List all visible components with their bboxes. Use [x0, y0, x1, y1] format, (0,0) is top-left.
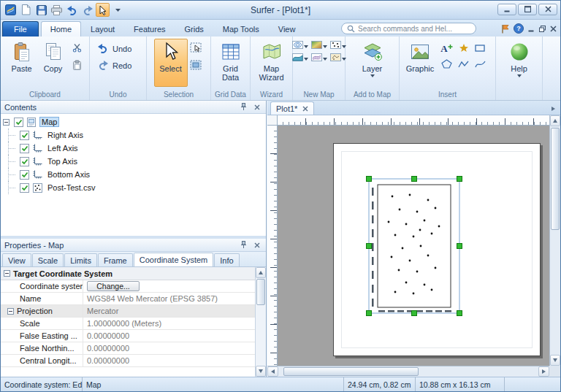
- tree-item-post-test-csv[interactable]: Post-Test.csv: [1, 181, 266, 194]
- help-circle-icon[interactable]: ?: [514, 23, 524, 34]
- property-label-text: Scale: [20, 319, 40, 328]
- checkbox-map[interactable]: [14, 118, 23, 127]
- grid-data-button[interactable]: Grid Data: [214, 39, 248, 87]
- tree-item-right-axis[interactable]: Right Axis: [1, 128, 266, 142]
- print-icon[interactable]: [50, 3, 64, 17]
- insert-symbol-button[interactable]: [456, 42, 471, 55]
- vertical-scrollbar[interactable]: [549, 115, 560, 366]
- select-arrow-icon[interactable]: [96, 3, 110, 17]
- property-label: Central Longit...: [1, 355, 83, 366]
- 3d-wireframe-map-button[interactable]: [311, 53, 327, 63]
- properties-tab-frame[interactable]: Frame: [98, 253, 133, 266]
- properties-tab-info[interactable]: Info: [214, 253, 239, 266]
- tree-item-left-axis[interactable]: Left Axis: [1, 142, 266, 155]
- insert-rectangle-button[interactable]: [473, 42, 488, 55]
- ribbon-tab-view[interactable]: View: [269, 21, 305, 36]
- properties-tab-coordinate-system[interactable]: Coordinate System: [134, 253, 214, 266]
- expander-icon[interactable]: [3, 119, 9, 126]
- ribbon-tab-home[interactable]: Home: [41, 21, 81, 36]
- color-relief-map-button[interactable]: [311, 41, 327, 50]
- scroll-thumb[interactable]: [256, 279, 265, 305]
- win-min-icon[interactable]: [528, 26, 535, 32]
- property-value: 0.00000000: [83, 330, 255, 342]
- document-tab-plot1[interactable]: Plot1*: [270, 101, 314, 115]
- dropdown-arrow-icon: [304, 58, 308, 61]
- tab-scroll-right-button[interactable]: [549, 104, 558, 113]
- checkbox-post-test-csv[interactable]: [20, 183, 29, 193]
- pin-icon[interactable]: [238, 102, 248, 112]
- ribbon-tab-features[interactable]: Features: [124, 21, 175, 36]
- app-icon[interactable]: [4, 3, 18, 17]
- cut-button[interactable]: [69, 41, 85, 55]
- select-button[interactable]: Select: [154, 39, 188, 87]
- properties-tab-view[interactable]: View: [2, 253, 31, 266]
- change-button[interactable]: Change...: [87, 281, 140, 291]
- contour-map-button[interactable]: [292, 41, 308, 50]
- win-max-button[interactable]: [518, 4, 537, 15]
- tab-close-icon[interactable]: [302, 104, 308, 113]
- dropdown-icon[interactable]: [111, 3, 125, 17]
- app-window: Surfer - [Plot1*] FileHomeLayoutFeatures…: [0, 0, 561, 392]
- insert-polyline-button[interactable]: [456, 58, 471, 72]
- group-label-help: [496, 90, 542, 100]
- undo-icon[interactable]: [65, 3, 79, 17]
- ribbon-tab-file[interactable]: File: [2, 21, 39, 36]
- redo-button[interactable]: Redo: [93, 58, 136, 72]
- layer-button[interactable]: Layer: [354, 39, 391, 87]
- checkbox-top-axis[interactable]: [20, 157, 29, 166]
- win-restore-icon[interactable]: [539, 26, 546, 32]
- close-panel-icon[interactable]: [252, 102, 262, 112]
- tree-item-bottom-axis[interactable]: Bottom Axis: [1, 168, 266, 181]
- map-wizard-button[interactable]: Map Wizard: [253, 39, 291, 87]
- save-icon[interactable]: [34, 3, 48, 17]
- checkbox-left-axis[interactable]: [20, 144, 29, 153]
- win-close-button[interactable]: [538, 4, 557, 15]
- properties-tab-scale[interactable]: Scale: [32, 253, 64, 266]
- block-select-button[interactable]: [188, 41, 204, 55]
- tree-item-top-axis[interactable]: Top Axis: [1, 155, 266, 168]
- checkbox-bottom-axis[interactable]: [20, 170, 29, 180]
- scroll-thumb[interactable]: [283, 367, 419, 376]
- 3d-surface-map-button[interactable]: [292, 53, 308, 63]
- win-close-icon[interactable]: [550, 26, 557, 32]
- help-button[interactable]: Help: [503, 39, 536, 87]
- paste-button[interactable]: Paste: [6, 39, 38, 87]
- paste-special-button[interactable]: [69, 58, 85, 73]
- checkbox-right-axis[interactable]: [20, 131, 29, 140]
- graphic-button[interactable]: Graphic: [402, 39, 438, 87]
- post-map-button[interactable]: [330, 41, 346, 50]
- spline-icon: [475, 60, 486, 70]
- scroll-thumb[interactable]: [551, 128, 560, 230]
- section-header[interactable]: Target Coordinate System: [1, 267, 255, 280]
- select-all-button[interactable]: [188, 58, 204, 73]
- copy-button[interactable]: Copy: [38, 39, 69, 87]
- new-doc-icon[interactable]: [19, 3, 33, 17]
- ribbon-tab-grids[interactable]: Grids: [175, 21, 213, 36]
- redo-icon[interactable]: [80, 3, 94, 17]
- pin-icon[interactable]: [238, 240, 248, 250]
- properties-scrollbar[interactable]: [255, 267, 266, 377]
- ribbon-tab-map-tools[interactable]: Map Tools: [213, 21, 269, 36]
- insert-spline-button[interactable]: [473, 58, 488, 72]
- insert-text-button[interactable]: A: [439, 42, 454, 55]
- collapse-icon[interactable]: [4, 270, 10, 277]
- search-box[interactable]: Search commands and Hel...: [341, 23, 476, 34]
- close-panel-icon[interactable]: [252, 240, 262, 250]
- win-min-button[interactable]: [497, 4, 516, 15]
- select-label: Select: [159, 64, 182, 73]
- horizontal-scrollbar[interactable]: [267, 366, 549, 377]
- map-plot-svg[interactable]: [334, 144, 541, 357]
- collapse-icon[interactable]: [7, 308, 14, 315]
- base-map-button[interactable]: [330, 53, 346, 63]
- properties-tab-limits[interactable]: Limits: [64, 253, 97, 266]
- layer-icon: [363, 41, 382, 63]
- main-area: Contents MapRight AxisLeft AxisTop AxisB…: [1, 101, 560, 377]
- undo-button[interactable]: Undo: [93, 42, 136, 55]
- tree-item-map[interactable]: Map: [1, 115, 266, 128]
- flag-icon[interactable]: [501, 24, 509, 34]
- plot-canvas[interactable]: [278, 126, 549, 366]
- ribbon-tab-layout[interactable]: Layout: [81, 21, 124, 36]
- contents-panel: Contents MapRight AxisLeft AxisTop AxisB…: [1, 101, 266, 236]
- insert-polygon-button[interactable]: [439, 58, 454, 72]
- property-row-scale: Scale1.00000000 (Meters): [1, 318, 255, 330]
